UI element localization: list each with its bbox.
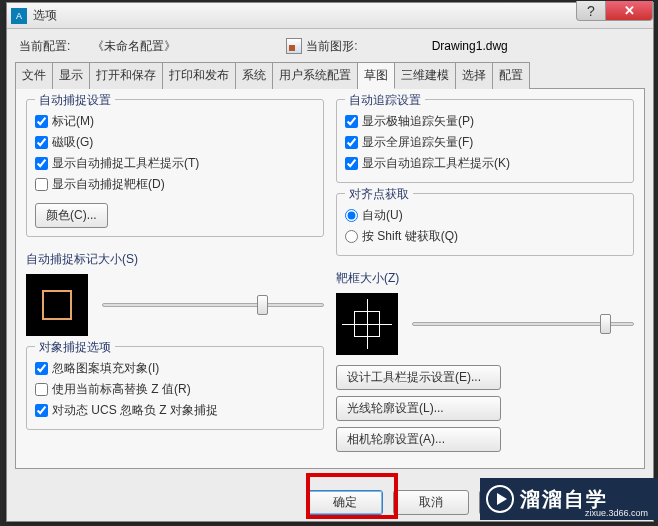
dialog-title: 选项 <box>33 7 57 24</box>
group-autosnap: 自动捕捉设置 标记(M) 磁吸(G) 显示自动捕捉工具栏提示(T) 显示自动捕捉… <box>26 99 324 237</box>
play-icon <box>486 485 514 513</box>
group-autotrack-title: 自动追踪设置 <box>345 92 425 109</box>
chk-ignore-hatch[interactable] <box>35 362 48 375</box>
config-row: 当前配置: 《未命名配置》 当前图形: Drawing1.dwg <box>15 35 645 57</box>
group-align-title: 对齐点获取 <box>345 186 413 203</box>
drawing-icon <box>286 38 302 54</box>
tab-system[interactable]: 系统 <box>236 62 273 89</box>
radio-auto[interactable] <box>345 209 358 222</box>
current-config-label: 当前配置: <box>19 38 70 55</box>
chk-replace-z-label: 使用当前标高替换 Z 值(R) <box>52 381 191 398</box>
tab-plot[interactable]: 打印和发布 <box>163 62 236 89</box>
group-autotrack: 自动追踪设置 显示极轴追踪矢量(P) 显示全屏追踪矢量(F) 显示自动追踪工具栏… <box>336 99 634 183</box>
chk-autotrack-tooltip[interactable] <box>345 157 358 170</box>
close-button[interactable]: ✕ <box>605 1 653 21</box>
radio-shift-label: 按 Shift 键获取(Q) <box>362 228 458 245</box>
chk-ignore-hatch-label: 忽略图案填充对象(I) <box>52 360 159 377</box>
chk-magnet[interactable] <box>35 136 48 149</box>
marker-preview <box>26 274 88 336</box>
watermark-site: zixue.3d66.com <box>585 508 648 518</box>
marker-size-slider[interactable] <box>102 303 324 307</box>
chk-tooltip[interactable] <box>35 157 48 170</box>
radio-shift[interactable] <box>345 230 358 243</box>
cancel-button[interactable]: 取消 <box>393 490 469 515</box>
group-align-acquire: 对齐点获取 自动(U) 按 Shift 键获取(Q) <box>336 193 634 256</box>
group-aperture-size: 靶框大小(Z) <box>336 266 634 355</box>
tab-selection[interactable]: 选择 <box>456 62 493 89</box>
colors-button[interactable]: 颜色(C)... <box>35 203 108 228</box>
app-icon: A <box>11 8 27 24</box>
chk-polar-vector[interactable] <box>345 115 358 128</box>
left-column: 自动捕捉设置 标记(M) 磁吸(G) 显示自动捕捉工具栏提示(T) 显示自动捕捉… <box>26 99 324 454</box>
radio-auto-label: 自动(U) <box>362 207 403 224</box>
chk-aperture-box[interactable] <box>35 178 48 191</box>
chk-replace-z[interactable] <box>35 383 48 396</box>
tab-3d[interactable]: 三维建模 <box>395 62 456 89</box>
tab-panel-drafting: 自动捕捉设置 标记(M) 磁吸(G) 显示自动捕捉工具栏提示(T) 显示自动捕捉… <box>15 89 645 469</box>
tab-user-pref[interactable]: 用户系统配置 <box>273 62 358 89</box>
current-drawing-label: 当前图形: <box>306 38 357 55</box>
group-marker-size: 自动捕捉标记大小(S) <box>26 247 324 336</box>
dialog-content: 当前配置: 《未命名配置》 当前图形: Drawing1.dwg 文件 显示 打… <box>7 29 653 477</box>
help-button[interactable]: ? <box>576 1 606 21</box>
chk-aperture-box-label: 显示自动捕捉靶框(D) <box>52 176 165 193</box>
chk-fullscreen-vector[interactable] <box>345 136 358 149</box>
group-osnap-options: 对象捕捉选项 忽略图案填充对象(I) 使用当前标高替换 Z 值(R) 对动态 U… <box>26 346 324 430</box>
right-column: 自动追踪设置 显示极轴追踪矢量(P) 显示全屏追踪矢量(F) 显示自动追踪工具栏… <box>336 99 634 454</box>
chk-magnet-label: 磁吸(G) <box>52 134 93 151</box>
chk-tooltip-label: 显示自动捕捉工具栏提示(T) <box>52 155 199 172</box>
tab-file[interactable]: 文件 <box>15 62 53 89</box>
options-dialog: A 选项 ? ✕ 当前配置: 《未命名配置》 当前图形: Drawing1.dw… <box>6 2 654 522</box>
tab-open-save[interactable]: 打开和保存 <box>90 62 163 89</box>
chk-ignore-neg-z[interactable] <box>35 404 48 417</box>
chk-ignore-neg-z-label: 对动态 UCS 忽略负 Z 对象捕捉 <box>52 402 218 419</box>
aperture-size-slider[interactable] <box>412 322 634 326</box>
titlebar[interactable]: A 选项 ? ✕ <box>7 3 653 29</box>
tab-strip: 文件 显示 打开和保存 打印和发布 系统 用户系统配置 草图 三维建模 选择 配… <box>15 61 645 89</box>
light-glyph-settings-button[interactable]: 光线轮廓设置(L)... <box>336 396 501 421</box>
watermark: 溜溜自学 zixue.3d66.com <box>480 478 658 520</box>
tab-profiles[interactable]: 配置 <box>493 62 530 89</box>
tab-display[interactable]: 显示 <box>53 62 90 89</box>
tooltip-settings-button[interactable]: 设计工具栏提示设置(E)... <box>336 365 501 390</box>
marker-size-title: 自动捕捉标记大小(S) <box>26 252 138 266</box>
right-settings-buttons: 设计工具栏提示设置(E)... 光线轮廓设置(L)... 相机轮廓设置(A)..… <box>336 365 634 458</box>
chk-marker-label: 标记(M) <box>52 113 94 130</box>
group-osnap-title: 对象捕捉选项 <box>35 339 115 356</box>
chk-autotrack-tooltip-label: 显示自动追踪工具栏提示(K) <box>362 155 510 172</box>
camera-glyph-settings-button[interactable]: 相机轮廓设置(A)... <box>336 427 501 452</box>
group-autosnap-title: 自动捕捉设置 <box>35 92 115 109</box>
chk-marker[interactable] <box>35 115 48 128</box>
current-config-value: 《未命名配置》 <box>92 38 176 55</box>
aperture-preview <box>336 293 398 355</box>
aperture-size-title: 靶框大小(Z) <box>336 271 399 285</box>
highlight-ok <box>306 473 398 519</box>
chk-fullscreen-vector-label: 显示全屏追踪矢量(F) <box>362 134 473 151</box>
chk-polar-vector-label: 显示极轴追踪矢量(P) <box>362 113 474 130</box>
current-drawing-value: Drawing1.dwg <box>432 39 508 53</box>
tab-drafting[interactable]: 草图 <box>358 62 395 89</box>
